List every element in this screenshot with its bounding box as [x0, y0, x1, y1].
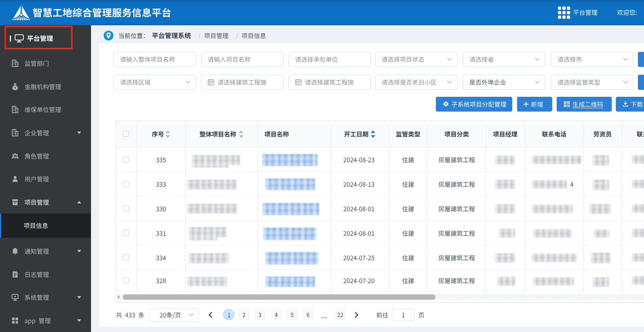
svg-text:¥: ¥	[14, 86, 16, 89]
